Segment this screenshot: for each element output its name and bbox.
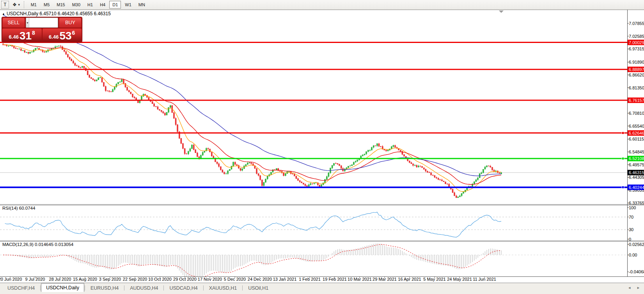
candle-body [190, 149, 191, 151]
candle-body [24, 50, 25, 52]
level-price-badge: 6.88897 [629, 67, 644, 72]
sell-button[interactable]: SELL [2, 18, 25, 28]
candle-body [75, 63, 76, 66]
candle-body [477, 178, 479, 180]
tab-xauusd-h1[interactable]: XAUUSD,H1 [204, 284, 242, 292]
timeframe-m5[interactable]: M5 [41, 1, 53, 9]
candle-body [112, 89, 114, 92]
candle-body [159, 109, 160, 110]
tab-separator [242, 285, 243, 290]
candle-body [458, 197, 459, 198]
y-axis-label: 6.54845 [629, 150, 644, 154]
sell-price-display[interactable]: 6.46 31 8 [2, 29, 42, 41]
tab-scroll-right-icon[interactable]: ► [637, 286, 640, 290]
candle-body [186, 154, 187, 154]
level-price-badge: 6.76157 [629, 98, 644, 103]
candle-body [380, 146, 381, 147]
candle-body [116, 84, 117, 87]
level-handle[interactable] [622, 132, 624, 134]
candle-body [445, 182, 446, 184]
ohlc-close: 6.46315 [94, 11, 110, 16]
tab-usdchf-h4[interactable]: USDCHF,H4 [2, 284, 40, 292]
candle-body [83, 66, 85, 68]
chart-canvas[interactable]: 7.078557.025856.973156.918906.866206.813… [0, 0, 644, 294]
candle-body [440, 180, 441, 180]
tab-usoil-h1[interactable]: USOil,H1 [243, 284, 273, 292]
volume-decrease-button[interactable]: ▼ [26, 18, 29, 27]
level-handle[interactable] [622, 186, 624, 189]
chevron-down-icon: ▼ [18, 3, 21, 7]
cursor-tool-button[interactable]: ❖ ▼ [10, 1, 22, 9]
tab-usdcad-h4[interactable]: USDCAD,H4 [164, 284, 202, 292]
text-tool-button[interactable]: T [1, 1, 9, 9]
y-axis-label: 7.02585 [629, 34, 644, 39]
candle-body [483, 169, 484, 173]
candle-body [258, 174, 259, 176]
x-axis-date-label: 28 Jul 2020 [49, 277, 71, 282]
candle-body [474, 182, 475, 184]
level-price-badge: 6.62646 [629, 131, 644, 135]
x-axis-date-label: 19 Feb 2021 [323, 277, 347, 282]
x-axis-date-label: 13 Jan 2021 [273, 277, 297, 282]
candle-body [98, 78, 99, 80]
timeframe-h4[interactable]: H4 [97, 1, 108, 9]
timeframe-m1[interactable]: M1 [28, 1, 40, 9]
tab-separator [203, 285, 204, 290]
candle-body [423, 168, 424, 169]
volume-control: ▼ ▲ [26, 18, 58, 28]
candle-body [183, 144, 184, 149]
candle-body [155, 107, 156, 107]
y-axis-label: 6.70810 [629, 111, 644, 116]
candle-body [425, 169, 426, 171]
candle-body [441, 180, 442, 181]
collapse-chart-icon[interactable]: ▲ [2, 12, 5, 16]
volume-input[interactable] [29, 18, 58, 27]
timeframe-m30[interactable]: M30 [69, 1, 83, 9]
y-axis-label: 7.07855 [629, 21, 644, 26]
tab-scroll-left-icon[interactable]: ◄ [628, 286, 631, 290]
candle-body [49, 50, 50, 50]
buy-button[interactable]: BUY [59, 18, 82, 28]
candle-body [103, 82, 105, 86]
buy-price-display[interactable]: 6.46 53 6 [43, 29, 82, 41]
timeframe-mn[interactable]: MN [135, 1, 148, 9]
candle-body [145, 94, 146, 95]
candle-body [238, 166, 239, 168]
candle-body [82, 66, 83, 68]
candle-body [454, 192, 455, 196]
candle-body [15, 48, 16, 49]
candle-body [173, 112, 174, 118]
chart-tab-bar: USDCHF,H4USDCNH,DailyEURUSD,H4AUDUSD,H4U… [0, 283, 644, 294]
tab-usdcnh-daily[interactable]: USDCNH,Daily [41, 283, 84, 292]
candle-body [420, 166, 421, 166]
candle-body [121, 80, 122, 82]
candle-body [411, 162, 412, 164]
candle-body [375, 146, 376, 146]
candle-body [332, 166, 333, 168]
candle-body [301, 182, 302, 183]
candle-body [319, 185, 320, 187]
candle-body [418, 166, 419, 167]
candle-body [348, 166, 349, 167]
level-handle[interactable] [622, 157, 624, 160]
candle-body [491, 167, 493, 170]
timeframe-m15[interactable]: M15 [53, 1, 68, 9]
level-price-badge: 6.40244 [629, 185, 644, 190]
timeframe-w1[interactable]: W1 [122, 1, 135, 9]
tab-audusd-h4[interactable]: AUDUSD,H4 [125, 284, 163, 292]
candle-body [404, 155, 405, 157]
candle-body [449, 184, 450, 187]
x-axis-date-label: 16 Apr 2021 [398, 277, 421, 282]
toolbar-separator [24, 1, 26, 8]
candle-body [314, 183, 315, 184]
candle-body [216, 162, 218, 164]
timeframe-h1[interactable]: H1 [84, 1, 96, 9]
tab-eurusd-h4[interactable]: EURUSD,H4 [85, 284, 124, 292]
candle-body [164, 113, 165, 115]
timeframe-d1[interactable]: D1 [109, 1, 121, 9]
candle-body [218, 164, 220, 166]
candle-body [119, 82, 121, 82]
candle-body [400, 150, 401, 151]
candle-body [73, 61, 74, 63]
candle-body [110, 92, 112, 92]
